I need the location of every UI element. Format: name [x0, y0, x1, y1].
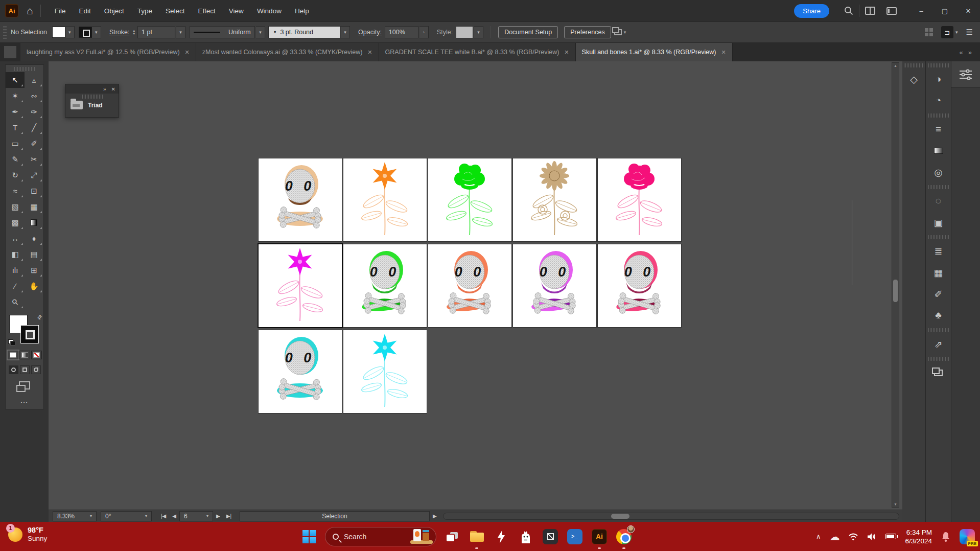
artboard-rose-pink[interactable]: [598, 158, 681, 241]
artboard-tool-tool[interactable]: ⊞: [25, 262, 43, 278]
brush-definition-select[interactable]: •3 pt. Round: [268, 26, 341, 38]
clock[interactable]: 6:34 PM 6/3/2024: [905, 528, 932, 545]
opacity-more-icon[interactable]: ›: [419, 26, 429, 38]
style-label[interactable]: Style:: [437, 29, 453, 36]
document-tab-1[interactable]: laughting my ass V2 Full.ai* @ 12.5 % (R…: [20, 43, 196, 61]
artboard-options[interactable]: ▾: [614, 29, 626, 35]
scroll-up-icon[interactable]: ▴: [892, 63, 899, 68]
triad-panel[interactable]: » ✕ Triad: [65, 84, 119, 118]
dark-app-button[interactable]: [542, 528, 559, 545]
menu-view[interactable]: View: [222, 3, 250, 19]
gradient-tool[interactable]: [25, 215, 43, 231]
close-button[interactable]: ✕: [956, 0, 980, 21]
panel-grip[interactable]: [81, 95, 103, 99]
taskbar-search[interactable]: Search: [325, 527, 436, 546]
width-profile-dropdown-icon[interactable]: ▾: [256, 26, 265, 38]
artboard-skull-violet[interactable]: 0 0: [513, 244, 596, 327]
opacity-label[interactable]: Opacity:: [358, 29, 382, 36]
task-view-button[interactable]: [444, 528, 461, 545]
export-panel-icon[interactable]: ⇗: [926, 333, 951, 355]
hand-tool[interactable]: ✋: [25, 278, 43, 294]
menu-effect[interactable]: Effect: [192, 3, 222, 19]
panel-list-icon[interactable]: ☰: [966, 28, 973, 37]
vertical-scrollbar[interactable]: ▴ ▾: [892, 62, 899, 508]
minimize-button[interactable]: –: [909, 0, 933, 21]
document-setup-button[interactable]: Document Setup: [498, 26, 558, 38]
blend-tool[interactable]: ◧: [6, 246, 25, 262]
artboard-flower-magenta[interactable]: [259, 244, 342, 327]
wifi-icon[interactable]: [848, 533, 858, 541]
battery-icon[interactable]: [885, 534, 896, 539]
menu-file[interactable]: File: [48, 3, 73, 19]
scale-tool[interactable]: ⤢: [25, 167, 43, 183]
status-flyout-icon[interactable]: ▶: [430, 513, 440, 519]
panel-toggle-icon[interactable]: [886, 7, 897, 15]
measure-tool[interactable]: ↔: [6, 231, 25, 246]
rotation-select[interactable]: 0°▾: [101, 511, 152, 521]
notification-bell-icon[interactable]: [941, 531, 951, 542]
artboard-skull-cyan[interactable]: 0 0: [259, 330, 342, 413]
stroke-weight-stepper[interactable]: ▴▾: [133, 29, 135, 35]
selection-tool[interactable]: ↖: [6, 72, 25, 88]
menu-help[interactable]: Help: [288, 3, 316, 19]
lightning-app-button[interactable]: [493, 528, 510, 545]
none-button[interactable]: [31, 351, 42, 359]
3d-materials-icon[interactable]: ◇: [902, 68, 925, 90]
opacity-value[interactable]: 100%: [385, 26, 418, 38]
rotate-tool[interactable]: ↻: [6, 167, 25, 183]
tray-overflow-icon[interactable]: ∧: [816, 533, 821, 540]
direct-selection-tool[interactable]: ▵: [25, 72, 43, 88]
perspective-grid-tool[interactable]: ▦: [25, 199, 43, 215]
gradient-panel-icon[interactable]: [926, 140, 951, 162]
brush-dropdown-icon[interactable]: ▾: [341, 26, 350, 38]
dock-group-grip[interactable]: [928, 63, 949, 67]
volume-icon[interactable]: [867, 533, 877, 541]
grid-view-icon[interactable]: [925, 28, 933, 36]
artboard-flower-orange[interactable]: [343, 158, 427, 241]
tab-close-icon[interactable]: ✕: [721, 49, 726, 56]
workspace-switcher[interactable]: ⊐▾: [941, 26, 958, 38]
color-panel-icon[interactable]: ◑: [926, 68, 951, 90]
horizontal-scrollbar-thumb[interactable]: [611, 514, 629, 519]
dock-grip[interactable]: [904, 63, 924, 67]
powershell-button[interactable]: >_: [566, 528, 584, 545]
dock-group-grip[interactable]: [928, 185, 949, 189]
stroke-proxy[interactable]: [20, 325, 39, 343]
document-tab-3[interactable]: GRADENT SCALE TEE white B.ai* @ 8.33 % (…: [379, 43, 576, 61]
line-segment-tool[interactable]: ╱: [25, 120, 43, 135]
first-artboard-button[interactable]: |◀: [158, 513, 169, 519]
fill-color-swatch[interactable]: [52, 27, 65, 38]
app-logo-icon[interactable]: Ai: [5, 4, 18, 17]
tab-close-icon[interactable]: ✕: [564, 49, 569, 56]
brushes-panel-icon[interactable]: ✐: [926, 283, 951, 305]
shaper-tool[interactable]: ✎: [6, 151, 25, 167]
zoom-tool[interactable]: ⚲: [6, 294, 25, 310]
artboard-sunflower-tan[interactable]: [513, 158, 596, 241]
symbol-sprayer-tool[interactable]: ▤: [25, 246, 43, 262]
layers-panel-icon[interactable]: ≣: [926, 240, 951, 262]
menu-object[interactable]: Object: [98, 3, 131, 19]
llama-app-button[interactable]: [517, 528, 534, 545]
arrange-documents-icon[interactable]: [865, 7, 875, 15]
stroke-weight-dropdown-icon[interactable]: ▾: [176, 26, 185, 38]
stroke-weight-value[interactable]: 1 pt: [137, 26, 175, 38]
artboard-rose-green[interactable]: [428, 158, 511, 241]
dock-group-grip[interactable]: [928, 328, 949, 332]
horizontal-scrollbar[interactable]: [443, 513, 899, 520]
stroke-color-swatch[interactable]: [79, 27, 92, 38]
dock-group-grip[interactable]: [928, 113, 949, 118]
pen-tool[interactable]: ✒: [6, 104, 25, 120]
search-highlight-image[interactable]: [410, 529, 433, 545]
weather-widget[interactable]: 1 98°F Sunny: [8, 526, 47, 543]
artboards-panel-icon[interactable]: [926, 362, 951, 383]
toolbar-grip[interactable]: [14, 67, 35, 71]
free-transform-tool[interactable]: ⊡: [25, 183, 43, 199]
draw-inside-button[interactable]: [31, 365, 41, 374]
zoom-level-select[interactable]: 8.33%▾: [53, 511, 97, 521]
chrome-button[interactable]: [615, 528, 633, 545]
home-icon[interactable]: ⌂: [27, 5, 33, 17]
stroke-panel-icon[interactable]: ≡: [926, 119, 951, 140]
collapse-tabs-right-icon[interactable]: »: [968, 49, 972, 56]
eyedropper-tool[interactable]: ♦: [25, 231, 43, 246]
vertical-scrollbar-thumb[interactable]: [893, 280, 898, 302]
